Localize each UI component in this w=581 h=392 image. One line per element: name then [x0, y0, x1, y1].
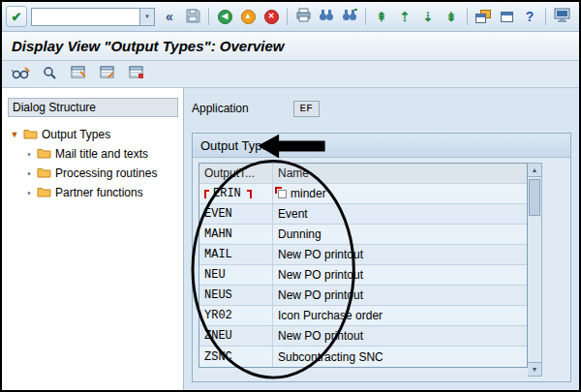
command-input[interactable] — [32, 9, 139, 25]
output-type-cell[interactable]: NEUS — [199, 286, 273, 305]
table-edit-button-2[interactable] — [97, 64, 118, 85]
table-row[interactable]: ZNEU New PO printout — [199, 326, 527, 347]
folder-icon — [37, 147, 51, 162]
expander-icon[interactable]: ▼ — [10, 130, 19, 139]
printer-icon — [295, 8, 312, 25]
customize-layout-button[interactable] — [551, 6, 572, 27]
output-type-cell[interactable]: YR02 — [199, 306, 273, 325]
exit-button[interactable]: ▲ — [237, 6, 259, 27]
output-type-cell[interactable]: ZSNC — [199, 347, 273, 367]
command-field[interactable]: ▼ — [31, 8, 155, 26]
back-button[interactable]: ◀ — [214, 6, 235, 27]
print-button[interactable] — [292, 6, 314, 27]
help-icon: ? — [526, 9, 535, 24]
cell-text: NEU — [204, 268, 226, 282]
monitor-icon — [554, 8, 570, 26]
help-button[interactable]: ? — [519, 6, 540, 27]
scroll-up-button[interactable]: ▲ — [528, 164, 541, 177]
name-cell[interactable]: Icon Purchase order — [273, 306, 527, 325]
command-dropdown-button[interactable]: ▼ — [139, 9, 154, 25]
cell-text: Event — [278, 207, 308, 221]
bullet-icon: • — [25, 188, 33, 198]
scroll-up-icon: ▲ — [532, 166, 538, 173]
tree-item-label: Processing routines — [55, 166, 157, 180]
output-types-section-header: Output Types — [193, 134, 570, 158]
name-cell[interactable]: Subcontracting SNC — [273, 347, 527, 367]
collapse-icon: « — [166, 9, 173, 24]
name-cell[interactable]: New PO printout — [273, 326, 527, 346]
cell-marker-icon — [278, 190, 287, 198]
cell-text: EVEN — [204, 207, 232, 221]
application-row: Application EF — [192, 98, 571, 119]
table-edit-button-1[interactable] — [68, 64, 89, 85]
cell-text: minder — [290, 187, 326, 200]
table-row[interactable]: NEUS New PO printout — [199, 286, 527, 306]
first-page-button[interactable]: ⇞ — [371, 6, 392, 27]
name-cell[interactable]: minder — [273, 184, 527, 203]
find-button[interactable] — [316, 6, 337, 27]
cell-text: NEUS — [204, 288, 232, 302]
cell-text: YR02 — [204, 309, 232, 322]
new-session-button[interactable] — [473, 6, 494, 27]
tree-item-mail-title-and-texts[interactable]: • Mail title and texts — [10, 144, 178, 164]
table-row[interactable]: NEU New PO printout — [199, 265, 527, 286]
check-icon: ✔ — [12, 10, 22, 24]
name-cell[interactable]: New PO printout — [273, 265, 527, 285]
bullet-icon: • — [25, 168, 33, 179]
new-session-icon — [475, 10, 491, 23]
scroll-down-icon: ▼ — [532, 366, 538, 373]
cell-text: New PO printout — [278, 288, 363, 302]
column-header-name[interactable]: Name — [273, 164, 527, 183]
binoculars-icon — [319, 9, 334, 24]
folder-icon — [37, 186, 51, 200]
table-row[interactable]: EVEN Event — [199, 204, 527, 225]
output-types-table: OutputT... Name ERIN minder EVEN Event — [199, 163, 528, 368]
table-row[interactable]: YR02 Icon Purchase order — [199, 306, 527, 326]
last-page-button[interactable]: ⇟ — [441, 6, 462, 27]
display-change-button[interactable] — [10, 64, 31, 85]
folder-icon — [37, 166, 51, 181]
cell-text: New PO printout — [278, 329, 363, 343]
output-type-cell[interactable]: EVEN — [199, 204, 273, 224]
scroll-down-button[interactable]: ▼ — [528, 362, 541, 376]
previous-page-button[interactable]: ⇡ — [394, 6, 415, 27]
find-next-button[interactable] — [339, 6, 360, 27]
output-type-cell[interactable]: MAHN — [199, 225, 273, 244]
cell-text: Subcontracting SNC — [278, 350, 383, 364]
collapse-button[interactable]: « — [159, 6, 180, 27]
table-row[interactable]: ZSNC Subcontracting SNC — [199, 347, 527, 367]
tree-item-output-types[interactable]: ▼ Output Types — [10, 125, 178, 144]
name-cell[interactable]: Event — [273, 204, 527, 224]
name-cell[interactable]: New PO printout — [273, 286, 527, 305]
column-header-output-type[interactable]: OutputT... — [199, 164, 273, 183]
name-cell[interactable]: New PO printout — [273, 245, 527, 264]
output-type-cell[interactable]: NEU — [199, 265, 273, 285]
create-shortcut-button[interactable] — [496, 6, 517, 27]
table-row[interactable]: MAIL New PO printout — [199, 245, 527, 265]
output-type-cell[interactable]: ERIN — [199, 184, 273, 203]
output-type-cell[interactable]: MAIL — [199, 245, 273, 264]
output-type-cell[interactable]: ZNEU — [199, 326, 273, 346]
application-toolbar — [2, 61, 579, 88]
table-header-row: OutputT... Name — [199, 164, 527, 184]
tree-item-processing-routines[interactable]: • Processing routines — [10, 164, 178, 183]
shortcut-icon — [501, 12, 513, 22]
toolbar-separator — [287, 8, 288, 25]
table-edit-button-3[interactable] — [126, 64, 147, 85]
sap-window: ✔ ▼ « ◀ ▲ ✕ ⇞ ⇡ ⇣ ⇟ ? Display View "Outp… — [0, 0, 581, 392]
tree-item-partner-functions[interactable]: • Partner functions — [10, 183, 178, 202]
table-scrollbar[interactable]: ▲ ▼ — [528, 163, 542, 377]
table-row[interactable]: ERIN minder — [199, 184, 527, 204]
magnifier-icon — [43, 66, 56, 82]
choose-button[interactable] — [39, 64, 60, 85]
cancel-button[interactable]: ✕ — [260, 6, 282, 27]
scroll-thumb[interactable] — [529, 179, 540, 216]
toolbar-separator — [545, 8, 546, 25]
table-row[interactable]: MAHN Dunning — [199, 225, 527, 245]
name-cell[interactable]: Dunning — [273, 225, 527, 244]
table-list-icon — [129, 66, 144, 82]
save-button[interactable] — [182, 6, 203, 27]
enter-button[interactable]: ✔ — [6, 6, 27, 27]
next-page-button[interactable]: ⇣ — [417, 6, 439, 27]
application-field[interactable]: EF — [293, 101, 320, 117]
